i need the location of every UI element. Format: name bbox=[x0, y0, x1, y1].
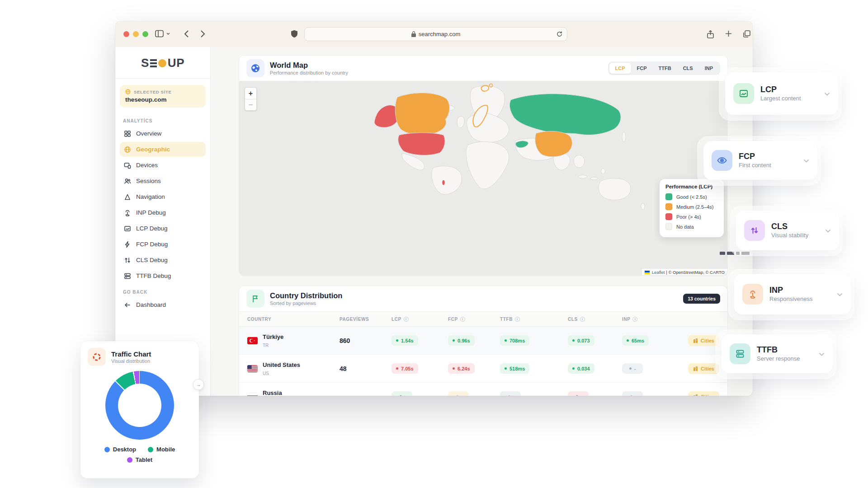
lock-icon bbox=[411, 31, 416, 37]
metric-abbr: LCP bbox=[760, 85, 801, 94]
chevron-down-icon[interactable] bbox=[824, 89, 830, 98]
sidebar-item-lcp-debug[interactable]: LCP Debug bbox=[120, 221, 206, 236]
chevron-down-icon[interactable] bbox=[803, 156, 809, 164]
cls-badge: 0.073 bbox=[568, 335, 594, 346]
info-icon[interactable]: i bbox=[404, 317, 409, 322]
sidebar-item-geographic[interactable]: Geographic bbox=[120, 142, 206, 157]
russia-flag-icon bbox=[247, 393, 258, 396]
share-icon[interactable] bbox=[707, 30, 714, 39]
tab-fcp[interactable]: FCP bbox=[631, 63, 653, 74]
table-row[interactable]: TürkiyeTR 860 1.54s 0.96s 708ms 0.073 65… bbox=[239, 327, 727, 355]
cls-metric-card[interactable]: CLS Visual stability bbox=[736, 211, 839, 250]
triangle-icon bbox=[124, 193, 131, 201]
sidebar-item-dashboard[interactable]: Dashboard bbox=[120, 297, 206, 312]
inp-badge: - bbox=[622, 363, 643, 374]
logo-text-up: UP bbox=[168, 56, 184, 70]
sidebar-item-inp-debug[interactable]: INP Debug bbox=[120, 205, 206, 220]
sidebar-item-sessions[interactable]: Sessions bbox=[120, 174, 206, 188]
sidebar-item-fcp-debug[interactable]: FCP Debug bbox=[120, 237, 206, 252]
tab-ttfb[interactable]: TTFB bbox=[653, 63, 677, 74]
tab-cls[interactable]: CLS bbox=[677, 63, 699, 74]
tap-icon bbox=[124, 209, 131, 216]
column-ttfb: TTFBi bbox=[500, 317, 568, 322]
column-lcp: LCPi bbox=[392, 317, 448, 322]
info-icon[interactable]: i bbox=[632, 317, 637, 322]
fcp-metric-card[interactable]: FCP First content bbox=[703, 141, 817, 180]
drag-handle[interactable]: → bbox=[193, 379, 204, 390]
zoom-window-button[interactable] bbox=[142, 31, 148, 37]
region-indonesia-2 bbox=[590, 177, 598, 180]
country-name: United States bbox=[263, 361, 300, 368]
cities-button[interactable]: Cities bbox=[688, 335, 719, 346]
sidebar-item-navigation[interactable]: Navigation bbox=[120, 189, 206, 204]
info-icon[interactable]: i bbox=[515, 317, 520, 322]
inp-card-icon-tile bbox=[742, 284, 763, 305]
country-distribution-card-icon bbox=[246, 290, 264, 308]
close-window-button[interactable] bbox=[123, 31, 129, 37]
address-bar[interactable]: searchmap.com bbox=[304, 27, 567, 41]
lcp-badge bbox=[392, 391, 412, 396]
attribution-text: | © OpenStreetMap, © CARTO bbox=[666, 270, 725, 275]
new-tab-icon[interactable] bbox=[725, 30, 732, 38]
minimize-window-button[interactable] bbox=[133, 31, 139, 37]
leaflet-link[interactable]: Leaflet bbox=[652, 270, 665, 275]
country-united-states[interactable] bbox=[398, 133, 445, 155]
info-icon[interactable]: i bbox=[580, 317, 585, 322]
cities-button[interactable]: Cities bbox=[688, 391, 719, 396]
selected-site-card[interactable]: SELECTED SİTE theseoup.com bbox=[120, 85, 206, 108]
tab-lcp[interactable]: LCP bbox=[609, 63, 631, 74]
metric-label: Visual stability bbox=[771, 232, 808, 239]
metric-label: Largest content bbox=[760, 95, 801, 102]
info-icon[interactable]: i bbox=[460, 317, 465, 322]
inp-metric-card[interactable]: INP Responsiveness bbox=[734, 274, 851, 314]
nodata-swatch bbox=[665, 223, 672, 230]
sidebar-item-devices[interactable]: Devices bbox=[120, 158, 206, 173]
sidebar-item-overview[interactable]: Overview bbox=[120, 126, 206, 141]
country-australia bbox=[599, 178, 631, 200]
lcp-metric-card[interactable]: LCP Largest content bbox=[725, 72, 838, 115]
tab-overview-icon[interactable] bbox=[743, 30, 751, 38]
zoom-in-button[interactable]: + bbox=[245, 88, 256, 99]
country-argentina-marker[interactable] bbox=[442, 180, 445, 185]
poor-swatch bbox=[665, 213, 672, 220]
reload-icon[interactable] bbox=[556, 30, 563, 39]
leaflet-map[interactable]: + − Performance (LCP) Good (< 2.5s) Medi… bbox=[239, 81, 727, 276]
privacy-shield-icon[interactable] bbox=[291, 30, 298, 38]
country-code: TR bbox=[263, 343, 269, 348]
chevron-down-icon[interactable] bbox=[825, 226, 831, 235]
cls-badge bbox=[568, 391, 589, 396]
cities-button[interactable]: Cities bbox=[688, 363, 719, 374]
ttfb-metric-card[interactable]: TTFB Server response bbox=[722, 334, 833, 373]
zoom-out-button[interactable]: − bbox=[245, 99, 256, 110]
sidebar-item-ttfb-debug[interactable]: TTFB Debug bbox=[120, 268, 206, 283]
table-row[interactable]: RussiaRU Cities bbox=[239, 383, 727, 396]
desktop-dot bbox=[104, 447, 110, 452]
table-row[interactable]: United StatesUS 48 7.05s 6.24s 518ms 0.0… bbox=[239, 355, 727, 383]
cls-badge: 0.034 bbox=[568, 363, 594, 374]
traffic-chart-card: Traffic Chart Visual distribution Deskto… bbox=[80, 341, 199, 479]
sidebar-item-cls-debug[interactable]: CLS Debug bbox=[120, 253, 206, 267]
logo-o-dot bbox=[158, 59, 166, 67]
selected-site-domain: theseoup.com bbox=[125, 96, 200, 103]
forward-button[interactable] bbox=[200, 30, 205, 38]
chevron-down-icon[interactable] bbox=[819, 350, 825, 358]
us-flag-icon bbox=[247, 365, 258, 372]
chevron-down-icon[interactable] bbox=[166, 33, 170, 35]
country-china[interactable] bbox=[535, 131, 572, 156]
window-controls bbox=[123, 31, 148, 37]
sidebar-toggle-icon[interactable] bbox=[155, 30, 164, 38]
tab-inp[interactable]: INP bbox=[699, 63, 719, 74]
country-canada[interactable] bbox=[395, 93, 449, 135]
column-country: COUNTRY bbox=[247, 317, 340, 322]
back-button[interactable] bbox=[184, 30, 189, 38]
ttfb-card-icon-tile bbox=[730, 343, 750, 364]
users-icon bbox=[124, 178, 131, 185]
traffic-legend: Desktop Mobile Tablet bbox=[80, 446, 199, 463]
browser-toolbar: searchmap.com bbox=[115, 21, 753, 47]
world-map-title: World Map bbox=[270, 61, 348, 70]
server-icon bbox=[124, 272, 131, 280]
column-pageviews: PAGEVİEWS bbox=[340, 317, 392, 322]
metric-abbr: FCP bbox=[739, 152, 771, 161]
country-name: Russia bbox=[263, 389, 282, 396]
chevron-down-icon[interactable] bbox=[837, 290, 843, 298]
